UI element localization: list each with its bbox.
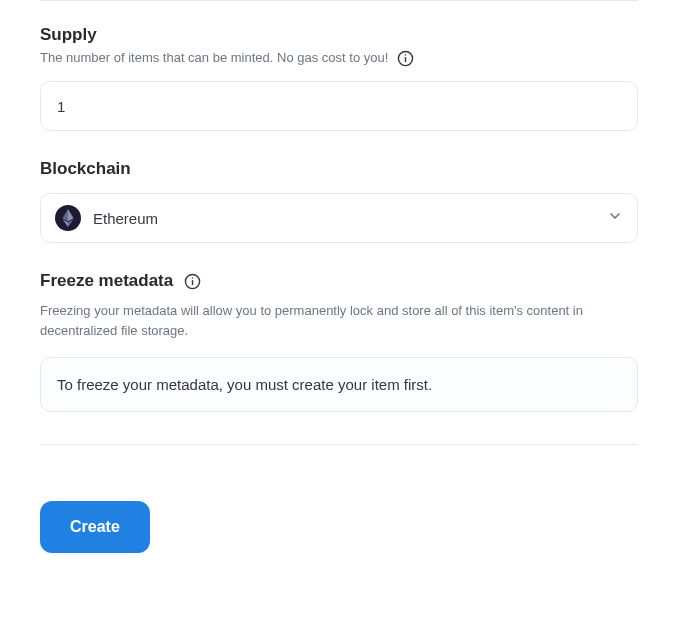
supply-label: Supply [40, 25, 638, 45]
supply-input[interactable] [40, 81, 638, 131]
info-icon[interactable] [396, 49, 414, 67]
freeze-label-text: Freeze metadata [40, 271, 173, 291]
svg-point-2 [405, 54, 406, 55]
supply-description-text: The number of items that can be minted. … [40, 49, 388, 67]
supply-section: Supply The number of items that can be m… [40, 25, 638, 131]
freeze-section: Freeze metadata Freezing your metadata w… [40, 271, 638, 412]
freeze-label: Freeze metadata [40, 271, 638, 291]
info-icon[interactable] [183, 272, 201, 290]
svg-point-5 [192, 277, 193, 278]
freeze-notice: To freeze your metadata, you must create… [40, 357, 638, 412]
bottom-divider [40, 444, 638, 445]
chevron-down-icon [607, 208, 623, 228]
blockchain-select[interactable]: Ethereum [40, 193, 638, 243]
supply-description: The number of items that can be minted. … [40, 49, 638, 67]
freeze-description: Freezing your metadata will allow you to… [40, 301, 638, 341]
ethereum-icon [55, 205, 81, 231]
blockchain-label: Blockchain [40, 159, 638, 179]
top-divider [40, 0, 638, 1]
create-button[interactable]: Create [40, 501, 150, 553]
blockchain-selected-text: Ethereum [93, 210, 595, 227]
blockchain-section: Blockchain Ethereum [40, 159, 638, 243]
